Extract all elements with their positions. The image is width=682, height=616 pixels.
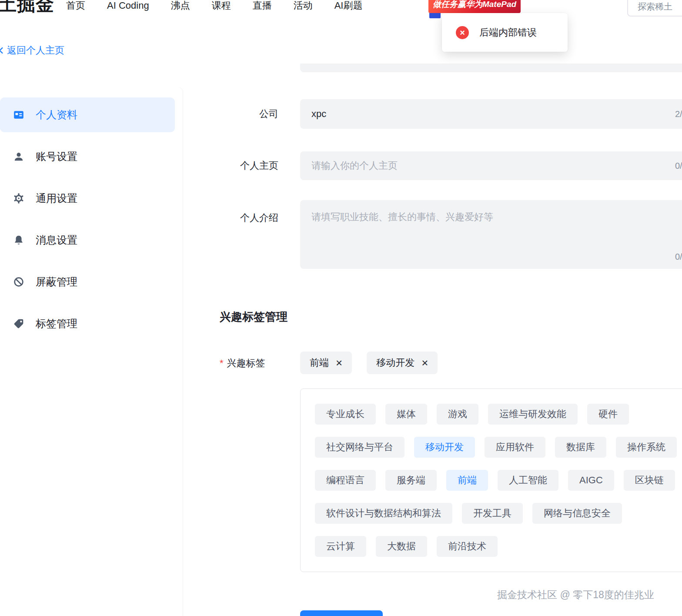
juejin-logo[interactable]: 土掘金: [0, 0, 54, 17]
sidebar-item-label: 通用设置: [36, 191, 77, 205]
selected-tag-chip-0: 前端×: [300, 352, 352, 374]
settings-sidebar: 个人资料账号设置通用设置消息设置屏蔽管理标签管理: [0, 87, 183, 616]
error-toast: × 后端内部错误: [442, 13, 568, 52]
sidebar-item-tag-management[interactable]: 标签管理: [0, 306, 175, 341]
save-button[interactable]: [300, 610, 383, 616]
promo-banner-text: 做任务赢华为MatePad: [433, 0, 516, 10]
nav-item-live[interactable]: 直播: [253, 0, 272, 12]
search-placeholder: 探索稀土: [638, 1, 672, 13]
previous-input-partial[interactable]: [300, 64, 682, 72]
tag-option[interactable]: 媒体: [385, 404, 427, 425]
company-row: 公司 2/: [200, 99, 682, 129]
sidebar-item-label: 消息设置: [36, 233, 77, 247]
company-char-counter: 2/: [675, 109, 682, 119]
homepage-input-field[interactable]: [300, 151, 682, 180]
homepage-char-counter: 0/: [675, 161, 682, 171]
tag-option[interactable]: AIGC: [568, 470, 614, 491]
homepage-input[interactable]: 0/: [300, 151, 682, 180]
tag-option[interactable]: 应用软件: [485, 437, 545, 458]
nav-item-courses[interactable]: 课程: [212, 0, 231, 12]
selected-tag-label: 移动开发: [376, 356, 415, 369]
homepage-label: 个人主页: [200, 159, 278, 172]
tag-row-2: 编程语言服务端前端人工智能AIGC区块链: [315, 470, 682, 491]
profile-card-icon: [13, 109, 24, 121]
intro-char-counter: 0/: [675, 252, 682, 262]
tag-option[interactable]: 社交网络与平台: [315, 437, 405, 458]
sidebar-item-label: 账号设置: [36, 150, 77, 164]
nav-item-ai-coding[interactable]: AI Coding: [107, 0, 149, 11]
company-input[interactable]: 2/: [300, 99, 682, 129]
required-asterisk: *: [220, 358, 224, 368]
tag-option[interactable]: 前沿技术: [437, 536, 498, 557]
selected-tags-list: 前端×移动开发×: [300, 352, 438, 374]
tag-option[interactable]: 人工智能: [498, 470, 558, 491]
tag-option[interactable]: 前端: [446, 470, 488, 491]
back-to-profile-link[interactable]: 返回个人主页: [0, 44, 64, 57]
tag-option[interactable]: 云计算: [315, 536, 366, 557]
main-nav: 首页AI Coding沸点课程直播活动AI刷题: [66, 0, 362, 13]
nav-item-home[interactable]: 首页: [66, 0, 85, 12]
toast-message: 后端内部错误: [479, 26, 537, 39]
sidebar-item-block-management[interactable]: 屏蔽管理: [0, 264, 175, 299]
tag-option[interactable]: 编程语言: [315, 470, 376, 491]
block-icon: [13, 276, 24, 288]
nav-item-events[interactable]: 活动: [294, 0, 313, 12]
intro-textarea[interactable]: [300, 200, 682, 269]
remove-tag-icon[interactable]: ×: [336, 357, 342, 368]
search-box[interactable]: 探索稀土: [627, 0, 682, 17]
tag-row-3: 软件设计与数据结构和算法开发工具网络与信息安全: [315, 503, 682, 524]
sidebar-item-profile[interactable]: 个人资料: [0, 97, 175, 132]
company-input-field[interactable]: [300, 99, 682, 129]
tag-option[interactable]: 硬件: [587, 404, 629, 425]
sidebar-item-label: 标签管理: [36, 317, 77, 331]
sidebar-item-message-settings[interactable]: 消息设置: [0, 223, 175, 258]
error-x-icon: ×: [456, 26, 469, 39]
tag-option[interactable]: 专业成长: [315, 404, 376, 425]
tag-option[interactable]: 游戏: [437, 404, 478, 425]
gear-icon: [13, 193, 24, 204]
tag-option[interactable]: 开发工具: [462, 503, 523, 524]
promo-banner[interactable]: 做任务赢华为MatePad: [428, 0, 521, 13]
intro-row: 个人介绍 0/: [200, 200, 682, 269]
user-icon: [13, 151, 24, 162]
nav-item-pins[interactable]: 沸点: [171, 0, 190, 12]
tag-option[interactable]: 移动开发: [414, 437, 475, 458]
tag-option[interactable]: 软件设计与数据结构和算法: [315, 503, 452, 524]
intro-textarea-box[interactable]: 0/: [300, 200, 682, 269]
tag-option[interactable]: 服务端: [385, 470, 437, 491]
tag-option[interactable]: 区块链: [624, 470, 675, 491]
selected-tag-chip-1: 移动开发×: [367, 352, 438, 374]
company-label: 公司: [200, 107, 278, 121]
bell-icon: [13, 234, 24, 246]
tag-option[interactable]: 操作系统: [616, 437, 677, 458]
sidebar-item-label: 个人资料: [36, 108, 77, 122]
interest-field-label-text: 兴趣标签: [227, 358, 265, 368]
selected-tag-label: 前端: [310, 356, 329, 369]
tag-icon: [13, 318, 24, 329]
sidebar-item-label: 屏蔽管理: [36, 275, 77, 289]
sidebar-item-general-settings[interactable]: 通用设置: [0, 181, 175, 216]
tag-options-panel: 专业成长媒体游戏运维与研发效能硬件社交网络与平台移动开发应用软件数据库操作系统编…: [300, 388, 682, 572]
back-link-label: 返回个人主页: [7, 44, 64, 57]
chevron-left-icon: [0, 46, 6, 55]
interest-section-title: 兴趣标签管理: [220, 309, 288, 325]
tag-option[interactable]: 数据库: [555, 437, 606, 458]
tag-row-4: 云计算大数据前沿技术: [315, 536, 682, 557]
community-watermark: 掘金技术社区 @ 零下18度的佳兆业: [497, 588, 654, 602]
sidebar-item-account-settings[interactable]: 账号设置: [0, 139, 175, 174]
tag-option[interactable]: 网络与信息安全: [532, 503, 622, 524]
tag-option[interactable]: 大数据: [376, 536, 427, 557]
intro-label: 个人介绍: [200, 211, 278, 224]
homepage-row: 个人主页 0/: [200, 151, 682, 180]
interest-field-label: *兴趣标签: [220, 357, 265, 370]
tag-option[interactable]: 运维与研发效能: [488, 404, 578, 425]
remove-tag-icon[interactable]: ×: [421, 357, 428, 368]
tag-row-1: 社交网络与平台移动开发应用软件数据库操作系统: [315, 437, 682, 458]
nav-item-ai-quiz[interactable]: AI刷题: [334, 0, 363, 12]
juejin-profile-settings-page: 土掘金 首页AI Coding沸点课程直播活动AI刷题 做任务赢华为MatePa…: [0, 0, 682, 616]
tag-row-0: 专业成长媒体游戏运维与研发效能硬件: [315, 404, 682, 425]
